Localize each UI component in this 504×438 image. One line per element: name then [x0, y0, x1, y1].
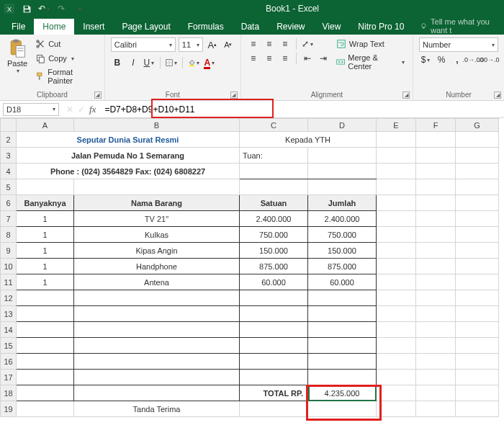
dialog-launcher-icon[interactable]: ◢	[230, 91, 238, 99]
cell[interactable]	[377, 132, 416, 148]
cell[interactable]: Tanda Terima	[74, 401, 240, 417]
cell[interactable]	[308, 306, 377, 322]
decrease-font-icon[interactable]: A▾	[222, 38, 235, 51]
cell[interactable]	[456, 322, 499, 338]
cell[interactable]	[240, 370, 308, 385]
cell[interactable]	[240, 179, 308, 195]
cell[interactable]	[456, 385, 499, 401]
cell[interactable]	[377, 227, 416, 243]
cell[interactable]	[17, 401, 74, 417]
cell[interactable]	[74, 290, 240, 306]
cell[interactable]	[377, 306, 416, 322]
row-header-16[interactable]: 16	[1, 354, 17, 370]
cell[interactable]	[377, 195, 416, 211]
save-icon[interactable]	[22, 4, 32, 14]
cell[interactable]: 875.000	[308, 259, 377, 274]
cell[interactable]: 150.000	[308, 243, 377, 259]
tab-insert[interactable]: Insert	[74, 19, 113, 35]
percent-format-button[interactable]: %	[435, 53, 448, 66]
cell[interactable]	[416, 290, 456, 306]
cell[interactable]	[456, 370, 499, 385]
cell[interactable]	[17, 338, 74, 354]
cell[interactable]	[377, 370, 416, 385]
paste-button[interactable]: Paste ▾	[6, 37, 29, 74]
cell[interactable]	[456, 243, 499, 259]
cell[interactable]: Seputar Dunia Surat Resmi	[17, 132, 240, 148]
decrease-decimal-icon[interactable]: .00→.0	[482, 53, 495, 66]
cell[interactable]: Antena	[74, 274, 240, 290]
cell[interactable]	[456, 132, 499, 148]
cell[interactable]	[17, 290, 74, 306]
cell[interactable]: 1	[17, 211, 74, 227]
italic-button[interactable]: I	[127, 56, 140, 69]
cell[interactable]	[240, 306, 308, 322]
row-header-17[interactable]: 17	[1, 370, 17, 385]
spreadsheet-grid[interactable]: ABCDEFG2Seputar Dunia Surat ResmiKepada …	[0, 118, 504, 417]
dialog-launcher-icon[interactable]: ◢	[402, 91, 410, 99]
cell[interactable]	[377, 354, 416, 370]
cell[interactable]	[377, 211, 416, 227]
cell[interactable]: Phone : (024) 3564829 Fax: (024) 6808227	[17, 164, 240, 179]
number-format-combo[interactable]: Number▾	[419, 37, 498, 52]
row-header-3[interactable]: 3	[1, 148, 17, 164]
cell[interactable]: Jumlah	[308, 195, 377, 211]
cell[interactable]	[416, 259, 456, 274]
dialog-launcher-icon[interactable]: ◢	[494, 91, 501, 99]
cell[interactable]	[377, 385, 416, 401]
qat-customize-icon[interactable]: ▾	[75, 4, 85, 14]
tab-home[interactable]: Home	[34, 19, 74, 35]
cell[interactable]	[416, 322, 456, 338]
select-all-corner[interactable]	[1, 119, 17, 132]
cell[interactable]	[308, 179, 377, 195]
row-header-12[interactable]: 12	[1, 290, 17, 306]
decrease-indent-icon[interactable]: ⇤	[301, 52, 314, 65]
tab-review[interactable]: Review	[268, 19, 313, 35]
selected-cell[interactable]: 4.235.000	[308, 385, 377, 401]
cell[interactable]	[377, 322, 416, 338]
fill-color-button[interactable]: ▾	[187, 56, 200, 69]
cell[interactable]	[416, 354, 456, 370]
cell[interactable]: Kepada YTH	[240, 132, 377, 148]
cut-button[interactable]: Cut	[33, 37, 99, 50]
cell[interactable]	[416, 401, 456, 417]
cell[interactable]	[74, 370, 240, 385]
cell[interactable]	[308, 370, 377, 385]
cell[interactable]	[17, 354, 74, 370]
cell[interactable]	[240, 164, 308, 179]
cell[interactable]	[456, 179, 499, 195]
font-color-button[interactable]: A▾	[203, 56, 216, 69]
cell[interactable]	[240, 338, 308, 354]
cell[interactable]	[456, 274, 499, 290]
cell[interactable]	[308, 148, 377, 164]
row-header-19[interactable]: 19	[1, 401, 17, 417]
enter-formula-icon[interactable]: ✓	[78, 104, 85, 115]
cell[interactable]: 750.000	[308, 227, 377, 243]
accounting-format-button[interactable]: $▾	[419, 53, 432, 66]
cell[interactable]	[74, 338, 240, 354]
cell[interactable]	[74, 322, 240, 338]
name-box[interactable]: D18▾	[3, 103, 59, 116]
cell[interactable]	[240, 290, 308, 306]
row-header-18[interactable]: 18	[1, 385, 17, 401]
cell[interactable]	[456, 338, 499, 354]
cell[interactable]	[416, 179, 456, 195]
cell[interactable]	[74, 385, 240, 401]
cell[interactable]: 150.000	[240, 243, 308, 259]
cell[interactable]: Kipas Angin	[74, 243, 240, 259]
cell[interactable]	[377, 338, 416, 354]
cell[interactable]: 2.400.000	[240, 211, 308, 227]
cell[interactable]	[416, 370, 456, 385]
col-header-D[interactable]: D	[308, 119, 377, 132]
row-header-7[interactable]: 7	[1, 211, 17, 227]
orientation-button[interactable]: ⤢▾	[301, 37, 314, 50]
cell[interactable]: 750.000	[240, 227, 308, 243]
merge-center-button[interactable]: Merge & Center▾	[334, 52, 407, 72]
align-left-icon[interactable]: ≡	[247, 52, 260, 65]
cell[interactable]	[377, 274, 416, 290]
cell[interactable]	[17, 306, 74, 322]
cell[interactable]	[308, 338, 377, 354]
align-center-icon[interactable]: ≡	[263, 52, 276, 65]
increase-indent-icon[interactable]: ⇥	[317, 52, 330, 65]
cell[interactable]	[17, 322, 74, 338]
row-header-5[interactable]: 5	[1, 179, 17, 195]
